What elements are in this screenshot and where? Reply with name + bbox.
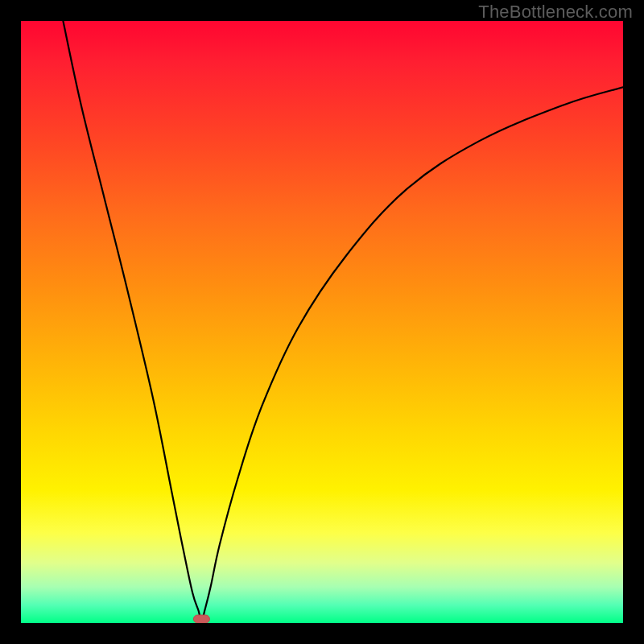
minimum-marker	[193, 615, 209, 623]
watermark-text: TheBottleneck.com	[478, 2, 633, 23]
bottleneck-curve-path	[63, 21, 623, 623]
plot-area	[21, 21, 623, 623]
bottleneck-curve-svg	[21, 21, 623, 623]
chart-frame: TheBottleneck.com	[0, 0, 644, 644]
